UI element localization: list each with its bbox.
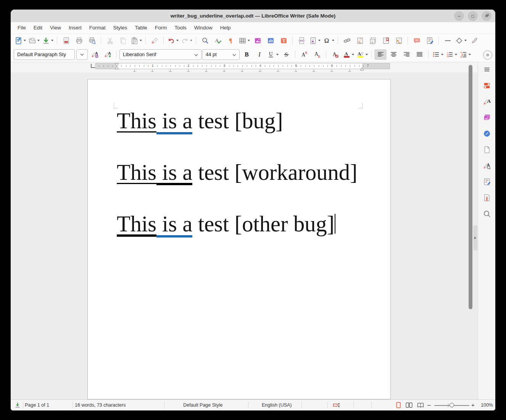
zoom-out-button[interactable]: – — [427, 400, 431, 410]
horizontal-line-button[interactable] — [442, 35, 454, 46]
subscript-button[interactable]: AB — [311, 49, 323, 60]
insert-endnote-button[interactable] — [367, 35, 379, 46]
dropdown-arrow[interactable] — [332, 40, 334, 41]
copy-button[interactable] — [117, 35, 129, 46]
toolbar-overflow-button[interactable]: » — [483, 50, 492, 60]
close-document-icon[interactable]: ✕ — [486, 10, 490, 21]
find-replace-button[interactable] — [199, 35, 211, 46]
dropdown-arrow[interactable] — [464, 40, 467, 41]
new-document-button[interactable] — [14, 35, 27, 46]
insert-field-button[interactable] — [308, 35, 321, 46]
list-ordered-button[interactable]: IIIIII — [445, 49, 458, 60]
sidebar-manage-changes-button[interactable] — [482, 176, 492, 187]
document-page[interactable]: This is a test [bug]This is a test [work… — [87, 79, 391, 399]
sidebar-gallery-button[interactable] — [482, 112, 492, 123]
page-style-status[interactable]: Default Page Style — [183, 400, 223, 410]
sidebar-find-button[interactable] — [482, 208, 492, 219]
dropdown-arrow[interactable] — [469, 54, 471, 55]
paragraph-style-dropdown-button[interactable] — [76, 49, 88, 60]
print-preview-button[interactable] — [86, 35, 98, 46]
document-line-1[interactable]: This is a test [bug] — [117, 109, 283, 133]
selection-mode-icon[interactable] — [333, 401, 340, 409]
dropdown-arrow[interactable] — [140, 40, 142, 41]
sidebar-toggle-handle[interactable] — [473, 225, 477, 250]
zoom-slider-handle[interactable] — [450, 403, 454, 407]
font-size-combobox[interactable]: 44 pt — [202, 49, 240, 60]
multi-page-view-icon[interactable] — [405, 401, 413, 409]
font-name-combobox[interactable]: Liberation Serif — [119, 49, 201, 60]
insert-bookmark-button[interactable] — [380, 35, 392, 46]
dropdown-arrow[interactable] — [51, 40, 53, 41]
dropdown-arrow[interactable] — [352, 54, 354, 55]
sidebar-navigator-button[interactable] — [482, 128, 492, 139]
dropdown-arrow[interactable] — [318, 40, 321, 41]
menu-file[interactable]: File — [14, 22, 30, 34]
horizontal-ruler[interactable]: 1234567 — [11, 62, 478, 73]
zoom-in-button[interactable]: + — [471, 400, 475, 410]
font-color-button[interactable]: A — [342, 49, 355, 60]
spelling-button[interactable]: A — [212, 35, 224, 46]
align-right-button[interactable] — [400, 49, 413, 60]
clear-formatting-button[interactable]: A — [329, 49, 341, 60]
underline-button[interactable]: U — [266, 49, 279, 60]
dropdown-arrow[interactable] — [37, 40, 40, 41]
update-style-button[interactable]: A — [89, 49, 101, 60]
align-left-button[interactable] — [374, 49, 387, 60]
formatting-marks-button[interactable]: ¶ — [225, 35, 237, 46]
list-bullet-button[interactable] — [431, 49, 444, 60]
print-button[interactable] — [73, 35, 85, 46]
save-button[interactable] — [41, 35, 54, 46]
hyperlink-button[interactable] — [341, 35, 353, 46]
vertical-scrollbar[interactable] — [469, 65, 472, 309]
open-button[interactable] — [27, 35, 40, 46]
book-view-icon[interactable] — [417, 401, 424, 409]
menu-form[interactable]: Form — [151, 22, 171, 34]
save-status-icon[interactable] — [14, 401, 21, 409]
dropdown-arrow[interactable] — [441, 54, 443, 55]
dropdown-arrow[interactable] — [455, 54, 457, 55]
paragraph-style-combobox[interactable]: Default Paragraph Sty — [14, 49, 75, 60]
document-line-3[interactable]: This is a test [other bug] — [117, 212, 335, 236]
strikethrough-button[interactable]: S — [280, 49, 292, 60]
sidebar-accessibility-check-button[interactable] — [482, 192, 492, 203]
highlight-color-button[interactable]: A — [356, 49, 369, 60]
document-line-2[interactable]: This is a test [workaround] — [117, 161, 357, 184]
title-bar[interactable]: writer_bug_underline_overlap.odt — Libre… — [11, 10, 495, 23]
chevron-down-icon[interactable] — [229, 52, 239, 57]
dropdown-arrow[interactable] — [276, 54, 279, 55]
undo-button[interactable] — [166, 35, 179, 46]
list-outline-button[interactable] — [459, 49, 472, 60]
menu-styles[interactable]: Styles — [110, 22, 131, 34]
language-status[interactable]: English (USA) — [262, 400, 292, 410]
word-count-status[interactable]: 16 words, 73 characters — [75, 400, 126, 410]
export-pdf-button[interactable] — [60, 35, 72, 46]
align-center-button[interactable] — [387, 49, 400, 60]
insert-footnote-button[interactable] — [354, 35, 366, 46]
paste-button[interactable] — [130, 35, 143, 46]
menu-view[interactable]: View — [46, 22, 65, 34]
document-workspace[interactable]: This is a test [bug]This is a test [work… — [11, 73, 478, 399]
redo-button[interactable] — [180, 35, 193, 46]
insert-text-box-button[interactable]: T — [277, 35, 290, 46]
dropdown-arrow[interactable] — [366, 54, 368, 55]
menu-edit[interactable]: Edit — [30, 22, 46, 34]
sidebar-sidebar-menu-button[interactable] — [482, 64, 492, 75]
tab-stop-selector[interactable] — [91, 64, 95, 68]
page-number-status[interactable]: Page 1 of 1 — [25, 400, 49, 410]
dropdown-arrow[interactable] — [248, 40, 250, 41]
cut-button[interactable] — [104, 35, 116, 46]
draw-functions-button[interactable] — [468, 35, 480, 46]
maximize-button[interactable]: □ — [468, 11, 478, 21]
justify-button[interactable] — [413, 49, 425, 60]
menu-insert[interactable]: Insert — [65, 22, 85, 34]
insert-table-button[interactable] — [238, 35, 251, 46]
dropdown-arrow[interactable] — [176, 40, 179, 41]
menu-format[interactable]: Format — [85, 22, 110, 34]
bold-button[interactable]: B — [240, 49, 253, 60]
ruler-bar[interactable]: 1234567 — [95, 63, 390, 69]
insert-image-button[interactable] — [251, 35, 264, 46]
zoom-level[interactable]: 100% — [481, 400, 493, 410]
track-changes-button[interactable] — [424, 35, 436, 46]
sidebar-style-inspector-button[interactable]: A — [482, 160, 492, 171]
sidebar-page-button[interactable] — [482, 144, 492, 155]
